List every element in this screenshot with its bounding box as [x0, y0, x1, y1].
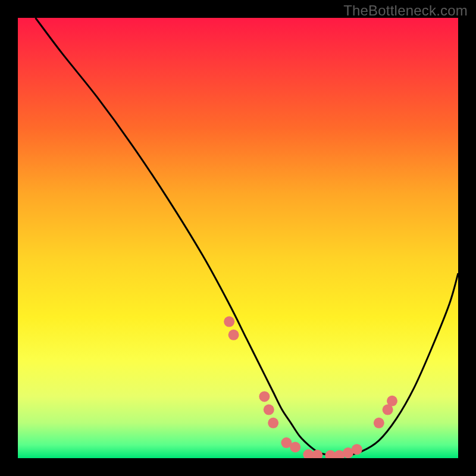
data-marker — [352, 444, 362, 455]
data-marker — [290, 442, 300, 453]
curve-layer — [18, 18, 458, 458]
plot-area — [18, 18, 458, 458]
data-marker — [268, 418, 278, 428]
data-marker — [224, 317, 234, 327]
data-marker — [374, 418, 384, 428]
data-marker — [259, 391, 270, 402]
bottleneck-curve — [36, 18, 458, 456]
chart-frame: TheBottleneck.com — [0, 0, 476, 476]
data-markers — [224, 317, 397, 458]
data-marker — [312, 450, 322, 458]
data-marker — [264, 405, 274, 415]
watermark-text: TheBottleneck.com — [343, 2, 468, 19]
data-marker — [387, 396, 397, 406]
data-marker — [228, 330, 239, 340]
